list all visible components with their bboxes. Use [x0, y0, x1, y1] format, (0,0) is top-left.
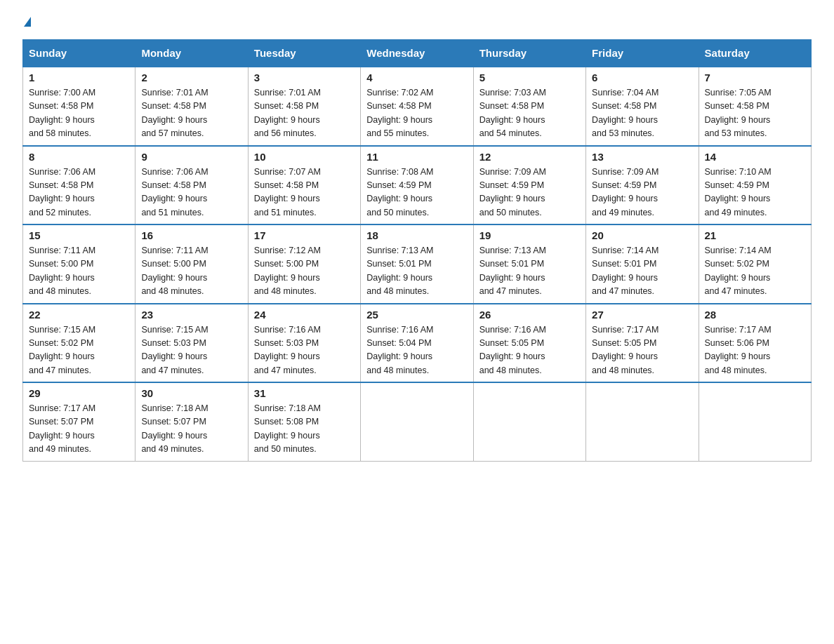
- day-info: Sunrise: 7:04 AM Sunset: 4:58 PM Dayligh…: [592, 86, 692, 141]
- calendar-cell: [699, 382, 811, 461]
- day-info: Sunrise: 7:06 AM Sunset: 4:58 PM Dayligh…: [141, 166, 241, 220]
- day-number: 27: [592, 309, 692, 321]
- day-info: Sunrise: 7:01 AM Sunset: 4:58 PM Dayligh…: [254, 86, 355, 141]
- weekday-header-sunday: Sunday: [23, 40, 135, 67]
- calendar-cell: 25 Sunrise: 7:16 AM Sunset: 5:04 PM Dayl…: [361, 304, 473, 383]
- week-row-4: 22 Sunrise: 7:15 AM Sunset: 5:02 PM Dayl…: [23, 304, 812, 383]
- calendar-cell: [361, 382, 473, 461]
- day-info: Sunrise: 7:15 AM Sunset: 5:02 PM Dayligh…: [29, 323, 129, 378]
- week-row-2: 8 Sunrise: 7:06 AM Sunset: 4:58 PM Dayli…: [23, 146, 812, 225]
- calendar-cell: 6 Sunrise: 7:04 AM Sunset: 4:58 PM Dayli…: [586, 67, 699, 146]
- day-info: Sunrise: 7:07 AM Sunset: 4:58 PM Dayligh…: [254, 166, 355, 220]
- day-number: 19: [479, 229, 580, 241]
- calendar-cell: [473, 382, 585, 461]
- day-number: 8: [29, 151, 129, 163]
- day-number: 30: [141, 387, 241, 399]
- day-number: 26: [479, 309, 580, 321]
- calendar-cell: 1 Sunrise: 7:00 AM Sunset: 4:58 PM Dayli…: [23, 67, 135, 146]
- day-number: 4: [366, 72, 467, 83]
- calendar-cell: 20 Sunrise: 7:14 AM Sunset: 5:01 PM Dayl…: [586, 224, 699, 304]
- calendar-cell: 14 Sunrise: 7:10 AM Sunset: 4:59 PM Dayl…: [699, 146, 811, 225]
- day-info: Sunrise: 7:16 AM Sunset: 5:03 PM Dayligh…: [254, 323, 355, 378]
- day-number: 3: [254, 72, 355, 83]
- calendar-header-row: SundayMondayTuesdayWednesdayThursdayFrid…: [23, 40, 812, 67]
- day-number: 18: [366, 229, 467, 241]
- day-info: Sunrise: 7:09 AM Sunset: 4:59 PM Dayligh…: [479, 166, 580, 220]
- day-number: 14: [705, 151, 805, 163]
- calendar-cell: 19 Sunrise: 7:13 AM Sunset: 5:01 PM Dayl…: [473, 224, 585, 304]
- day-info: Sunrise: 7:08 AM Sunset: 4:59 PM Dayligh…: [366, 166, 467, 220]
- day-number: 17: [254, 229, 355, 241]
- day-number: 12: [479, 151, 580, 163]
- calendar-cell: 31 Sunrise: 7:18 AM Sunset: 5:08 PM Dayl…: [248, 382, 360, 461]
- day-info: Sunrise: 7:02 AM Sunset: 4:58 PM Dayligh…: [366, 86, 467, 141]
- day-number: 2: [141, 72, 241, 83]
- weekday-header-monday: Monday: [135, 40, 248, 67]
- day-number: 29: [29, 387, 129, 399]
- logo-blue-text: [22, 17, 31, 28]
- calendar-cell: 10 Sunrise: 7:07 AM Sunset: 4:58 PM Dayl…: [248, 146, 360, 225]
- calendar-cell: 16 Sunrise: 7:11 AM Sunset: 5:00 PM Dayl…: [135, 224, 248, 304]
- day-info: Sunrise: 7:13 AM Sunset: 5:01 PM Dayligh…: [479, 244, 580, 299]
- day-number: 23: [141, 309, 241, 321]
- page-header: [22, 17, 812, 28]
- calendar-table: SundayMondayTuesdayWednesdayThursdayFrid…: [22, 39, 812, 462]
- day-number: 7: [705, 72, 805, 83]
- day-number: 16: [141, 229, 241, 241]
- week-row-1: 1 Sunrise: 7:00 AM Sunset: 4:58 PM Dayli…: [23, 67, 812, 146]
- calendar-cell: 26 Sunrise: 7:16 AM Sunset: 5:05 PM Dayl…: [473, 304, 585, 383]
- day-info: Sunrise: 7:10 AM Sunset: 4:59 PM Dayligh…: [705, 166, 805, 220]
- calendar-cell: 21 Sunrise: 7:14 AM Sunset: 5:02 PM Dayl…: [699, 224, 811, 304]
- day-number: 9: [141, 151, 241, 163]
- day-info: Sunrise: 7:16 AM Sunset: 5:05 PM Dayligh…: [479, 323, 580, 378]
- day-info: Sunrise: 7:13 AM Sunset: 5:01 PM Dayligh…: [366, 244, 467, 299]
- calendar-cell: 28 Sunrise: 7:17 AM Sunset: 5:06 PM Dayl…: [699, 304, 811, 383]
- calendar-cell: 27 Sunrise: 7:17 AM Sunset: 5:05 PM Dayl…: [586, 304, 699, 383]
- day-number: 28: [705, 309, 805, 321]
- day-info: Sunrise: 7:05 AM Sunset: 4:58 PM Dayligh…: [705, 86, 805, 141]
- week-row-5: 29 Sunrise: 7:17 AM Sunset: 5:07 PM Dayl…: [23, 382, 812, 461]
- weekday-header-friday: Friday: [586, 40, 699, 67]
- day-number: 10: [254, 151, 355, 163]
- day-info: Sunrise: 7:18 AM Sunset: 5:08 PM Dayligh…: [254, 402, 355, 457]
- calendar-cell: 17 Sunrise: 7:12 AM Sunset: 5:00 PM Dayl…: [248, 224, 360, 304]
- day-number: 1: [29, 72, 129, 83]
- calendar-cell: 12 Sunrise: 7:09 AM Sunset: 4:59 PM Dayl…: [473, 146, 585, 225]
- day-info: Sunrise: 7:14 AM Sunset: 5:02 PM Dayligh…: [705, 244, 805, 299]
- day-info: Sunrise: 7:15 AM Sunset: 5:03 PM Dayligh…: [141, 323, 241, 378]
- calendar-cell: 11 Sunrise: 7:08 AM Sunset: 4:59 PM Dayl…: [361, 146, 473, 225]
- day-number: 11: [366, 151, 467, 163]
- calendar-cell: 2 Sunrise: 7:01 AM Sunset: 4:58 PM Dayli…: [135, 67, 248, 146]
- logo: [22, 17, 31, 28]
- day-info: Sunrise: 7:00 AM Sunset: 4:58 PM Dayligh…: [29, 86, 129, 141]
- weekday-header-saturday: Saturday: [699, 40, 811, 67]
- day-info: Sunrise: 7:14 AM Sunset: 5:01 PM Dayligh…: [592, 244, 692, 299]
- day-number: 22: [29, 309, 129, 321]
- day-number: 21: [705, 229, 805, 241]
- day-number: 5: [479, 72, 580, 83]
- calendar-cell: 5 Sunrise: 7:03 AM Sunset: 4:58 PM Dayli…: [473, 67, 585, 146]
- day-number: 15: [29, 229, 129, 241]
- week-row-3: 15 Sunrise: 7:11 AM Sunset: 5:00 PM Dayl…: [23, 224, 812, 304]
- day-number: 13: [592, 151, 692, 163]
- calendar-cell: 24 Sunrise: 7:16 AM Sunset: 5:03 PM Dayl…: [248, 304, 360, 383]
- day-number: 31: [254, 387, 355, 399]
- calendar-cell: 8 Sunrise: 7:06 AM Sunset: 4:58 PM Dayli…: [23, 146, 135, 225]
- day-info: Sunrise: 7:17 AM Sunset: 5:07 PM Dayligh…: [29, 402, 129, 457]
- calendar-cell: 3 Sunrise: 7:01 AM Sunset: 4:58 PM Dayli…: [248, 67, 360, 146]
- day-info: Sunrise: 7:17 AM Sunset: 5:06 PM Dayligh…: [705, 323, 805, 378]
- weekday-header-wednesday: Wednesday: [361, 40, 473, 67]
- day-info: Sunrise: 7:16 AM Sunset: 5:04 PM Dayligh…: [366, 323, 467, 378]
- day-info: Sunrise: 7:09 AM Sunset: 4:59 PM Dayligh…: [592, 166, 692, 220]
- calendar-cell: 30 Sunrise: 7:18 AM Sunset: 5:07 PM Dayl…: [135, 382, 248, 461]
- calendar-cell: 4 Sunrise: 7:02 AM Sunset: 4:58 PM Dayli…: [361, 67, 473, 146]
- logo-triangle-icon: [24, 17, 31, 27]
- calendar-cell: 18 Sunrise: 7:13 AM Sunset: 5:01 PM Dayl…: [361, 224, 473, 304]
- day-info: Sunrise: 7:01 AM Sunset: 4:58 PM Dayligh…: [141, 86, 241, 141]
- calendar-cell: 7 Sunrise: 7:05 AM Sunset: 4:58 PM Dayli…: [699, 67, 811, 146]
- weekday-header-tuesday: Tuesday: [248, 40, 360, 67]
- calendar-cell: 13 Sunrise: 7:09 AM Sunset: 4:59 PM Dayl…: [586, 146, 699, 225]
- day-info: Sunrise: 7:17 AM Sunset: 5:05 PM Dayligh…: [592, 323, 692, 378]
- day-number: 6: [592, 72, 692, 83]
- calendar-cell: 15 Sunrise: 7:11 AM Sunset: 5:00 PM Dayl…: [23, 224, 135, 304]
